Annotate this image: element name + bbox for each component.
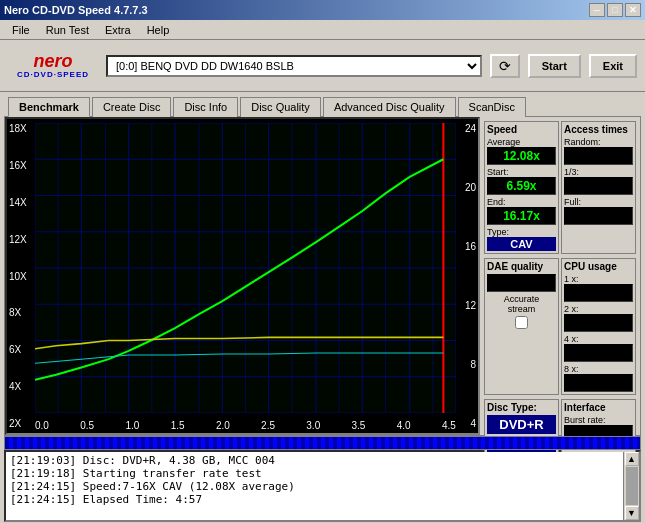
menu-file[interactable]: File — [4, 22, 38, 38]
one-third-value — [564, 177, 633, 195]
tab-advanced-disc-quality[interactable]: Advanced Disc Quality — [323, 97, 456, 117]
menu-bar: File Run Test Extra Help — [0, 20, 645, 40]
app-logo: nero CD·DVD·SPEED — [8, 52, 98, 79]
disc-type-title: Disc Type: — [487, 402, 556, 413]
refresh-button[interactable]: ⟳ — [490, 54, 520, 78]
nero-logo-sub: CD·DVD·SPEED — [17, 70, 89, 79]
cpu-1x-value — [564, 284, 633, 302]
drive-select[interactable]: [0:0] BENQ DVD DD DW1640 BSLB — [106, 55, 482, 77]
type-label: Type: — [487, 227, 556, 237]
chart-svg — [35, 123, 456, 413]
svg-rect-28 — [35, 123, 456, 413]
y-axis-left: 18X 16X 14X 12X 10X 8X 6X 4X 2X — [7, 119, 35, 433]
minimize-button[interactable]: ─ — [589, 3, 605, 17]
disc-type-value: DVD+R — [487, 415, 556, 434]
scroll-down-button[interactable]: ▼ — [625, 506, 639, 520]
access-times-title: Access times — [564, 124, 633, 135]
cpu-title: CPU usage — [564, 261, 633, 272]
app-title: Nero CD-DVD Speed 4.7.7.3 — [4, 4, 148, 16]
speed-type: CAV — [487, 237, 556, 251]
tab-disc-info[interactable]: Disc Info — [173, 97, 238, 117]
log-line-3: [21:24:15] Speed:7-16X CAV (12.08X avera… — [10, 480, 619, 493]
tab-bar: Benchmark Create Disc Disc Info Disc Qua… — [0, 92, 645, 116]
window-controls: ─ □ ✕ — [589, 3, 641, 17]
chart-area: 18X 16X 14X 12X 10X 8X 6X 4X 2X 24 20 16… — [5, 117, 480, 435]
accurate-stream-checkbox-area — [487, 316, 556, 329]
cpu-section: CPU usage 1 x: 2 x: 4 x: 8 x: — [561, 258, 636, 395]
access-times-section: Access times Random: 1/3: Full: — [561, 121, 636, 254]
accurate-stream-checkbox[interactable] — [515, 316, 528, 329]
exit-button[interactable]: Exit — [589, 54, 637, 78]
log-line-2: [21:19:18] Starting transfer rate test — [10, 467, 619, 480]
menu-run-test[interactable]: Run Test — [38, 22, 97, 38]
close-button[interactable]: ✕ — [625, 3, 641, 17]
tab-disc-quality[interactable]: Disc Quality — [240, 97, 321, 117]
main-content: 18X 16X 14X 12X 10X 8X 6X 4X 2X 24 20 16… — [4, 116, 641, 436]
log-area: [21:19:03] Disc: DVD+R, 4.38 GB, MCC 004… — [4, 450, 641, 522]
speed-title: Speed — [487, 124, 556, 135]
full-label: Full: — [564, 197, 633, 207]
maximize-button[interactable]: □ — [607, 3, 623, 17]
start-label: Start: — [487, 167, 556, 177]
speed-average: 12.08x — [487, 147, 556, 165]
cpu-4x-value — [564, 344, 633, 362]
burst-rate-label: Burst rate: — [564, 415, 633, 425]
full-value — [564, 207, 633, 225]
log-scrollbar: ▲ ▼ — [623, 452, 639, 520]
app-header: nero CD·DVD·SPEED [0:0] BENQ DVD DD DW16… — [0, 40, 645, 92]
dae-title: DAE quality — [487, 261, 556, 272]
cpu-8x-value — [564, 374, 633, 392]
one-third-label: 1/3: — [564, 167, 633, 177]
interface-title: Interface — [564, 402, 633, 413]
menu-extra[interactable]: Extra — [97, 22, 139, 38]
tab-benchmark[interactable]: Benchmark — [8, 97, 90, 117]
sidebar: Speed Average 12.08x Start: 6.59x End: 1… — [480, 117, 640, 435]
y-axis-right: 24 20 16 12 8 4 — [456, 119, 478, 433]
nero-logo-text: nero — [33, 52, 72, 70]
cpu-4x-label: 4 x: — [564, 334, 633, 344]
accurate-stream-label: Accuratestream — [487, 294, 556, 314]
dae-section: DAE quality Accuratestream — [484, 258, 559, 395]
average-label: Average — [487, 137, 556, 147]
speed-section: Speed Average 12.08x Start: 6.59x End: 1… — [484, 121, 559, 254]
scroll-up-button[interactable]: ▲ — [625, 452, 639, 466]
random-value — [564, 147, 633, 165]
speed-start: 6.59x — [487, 177, 556, 195]
x-axis: 0.0 0.5 1.0 1.5 2.0 2.5 3.0 3.5 4.0 4.5 — [35, 420, 456, 431]
cpu-1x-label: 1 x: — [564, 274, 633, 284]
log-line-1: [21:19:03] Disc: DVD+R, 4.38 GB, MCC 004 — [10, 454, 619, 467]
scroll-track[interactable] — [626, 467, 638, 505]
tab-create-disc[interactable]: Create Disc — [92, 97, 171, 117]
cpu-2x-value — [564, 314, 633, 332]
end-label: End: — [487, 197, 556, 207]
log-content: [21:19:03] Disc: DVD+R, 4.38 GB, MCC 004… — [6, 452, 623, 520]
cpu-8x-label: 8 x: — [564, 364, 633, 374]
dae-value — [487, 274, 556, 292]
tab-scandisc[interactable]: ScanDisc — [458, 97, 526, 117]
progress-bar-area — [4, 436, 641, 450]
title-bar: Nero CD-DVD Speed 4.7.7.3 ─ □ ✕ — [0, 0, 645, 20]
random-label: Random: — [564, 137, 633, 147]
log-line-4: [21:24:15] Elapsed Time: 4:57 — [10, 493, 619, 506]
cpu-2x-label: 2 x: — [564, 304, 633, 314]
start-button[interactable]: Start — [528, 54, 581, 78]
speed-end: 16.17x — [487, 207, 556, 225]
menu-help[interactable]: Help — [139, 22, 178, 38]
progress-fill — [5, 437, 640, 449]
